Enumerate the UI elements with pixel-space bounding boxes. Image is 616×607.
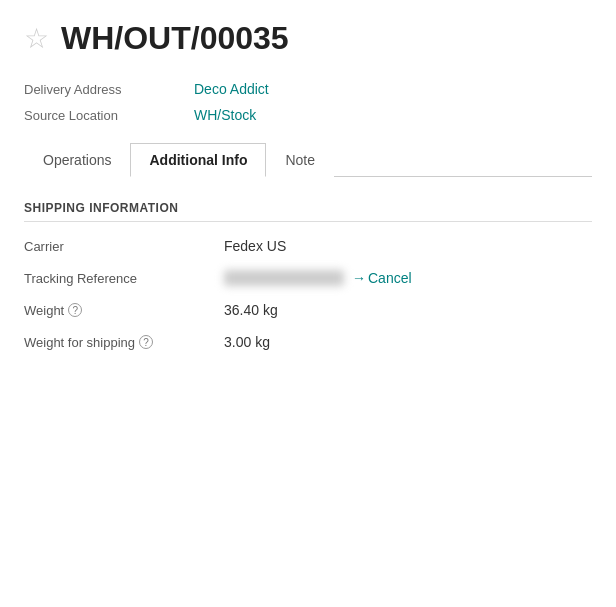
favorite-star-icon[interactable]: ☆ — [24, 25, 49, 53]
weight-value: 36.40 kg — [224, 302, 278, 318]
document-header: ☆ WH/OUT/00035 — [24, 20, 592, 57]
carrier-label: Carrier — [24, 239, 224, 254]
weight-help-icon[interactable]: ? — [68, 303, 82, 317]
carrier-row: Carrier Fedex US — [24, 238, 592, 254]
source-location-value[interactable]: WH/Stock — [194, 107, 256, 123]
weight-for-shipping-label: Weight for shipping ? — [24, 335, 224, 350]
shipping-section: SHIPPING INFORMATION Carrier Fedex US Tr… — [24, 201, 592, 350]
delivery-address-row: Delivery Address Deco Addict — [24, 81, 592, 97]
weight-for-shipping-row: Weight for shipping ? 3.00 kg — [24, 334, 592, 350]
tracking-value-blurred — [224, 270, 344, 286]
tracking-reference-label: Tracking Reference — [24, 271, 224, 286]
section-title: SHIPPING INFORMATION — [24, 201, 592, 222]
tracking-reference-row: Tracking Reference → Cancel — [24, 270, 592, 286]
tracking-container: → Cancel — [224, 270, 412, 286]
weight-row: Weight ? 36.40 kg — [24, 302, 592, 318]
cancel-link[interactable]: → Cancel — [352, 270, 412, 286]
source-location-label: Source Location — [24, 108, 194, 123]
source-location-row: Source Location WH/Stock — [24, 107, 592, 123]
carrier-value: Fedex US — [224, 238, 286, 254]
tab-note[interactable]: Note — [266, 143, 334, 177]
weight-label: Weight ? — [24, 303, 224, 318]
delivery-address-label: Delivery Address — [24, 82, 194, 97]
tab-additional-info[interactable]: Additional Info — [130, 143, 266, 177]
tabs-container: Operations Additional Info Note — [24, 143, 592, 177]
weight-for-shipping-value: 3.00 kg — [224, 334, 270, 350]
weight-for-shipping-help-icon[interactable]: ? — [139, 335, 153, 349]
arrow-right-icon: → — [352, 270, 366, 286]
document-title: WH/OUT/00035 — [61, 20, 289, 57]
fields-section: Delivery Address Deco Addict Source Loca… — [24, 81, 592, 123]
delivery-address-value[interactable]: Deco Addict — [194, 81, 269, 97]
tab-operations[interactable]: Operations — [24, 143, 130, 177]
